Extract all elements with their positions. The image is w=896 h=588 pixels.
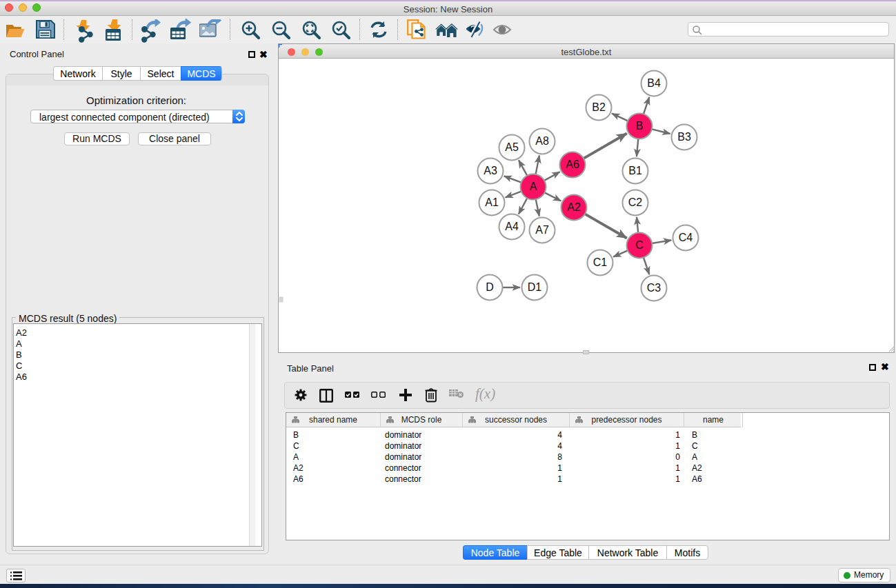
svg-text:A2: A2	[567, 201, 581, 213]
svg-text:f(x): f(x)	[475, 387, 495, 402]
svg-text:D1: D1	[528, 281, 542, 293]
svg-text:C4: C4	[679, 232, 693, 243]
svg-text:A8: A8	[535, 135, 549, 147]
svg-text:A3: A3	[484, 165, 497, 176]
svg-text:C1: C1	[593, 256, 608, 268]
svg-text:D: D	[486, 281, 494, 293]
svg-text:A5: A5	[505, 141, 519, 153]
svg-text:B: B	[636, 120, 644, 132]
svg-text:C2: C2	[628, 196, 643, 208]
svg-text:A4: A4	[505, 221, 519, 232]
svg-text:B1: B1	[628, 165, 642, 176]
svg-text:A: A	[530, 181, 537, 192]
svg-text:B2: B2	[592, 101, 606, 113]
svg-text:C3: C3	[647, 282, 661, 294]
svg-text:A7: A7	[535, 224, 549, 236]
svg-text:A6: A6	[566, 159, 579, 170]
svg-text:B3: B3	[677, 131, 691, 143]
svg-text:C: C	[635, 239, 644, 251]
svg-text:A1: A1	[485, 196, 499, 208]
svg-text:B4: B4	[647, 77, 661, 89]
